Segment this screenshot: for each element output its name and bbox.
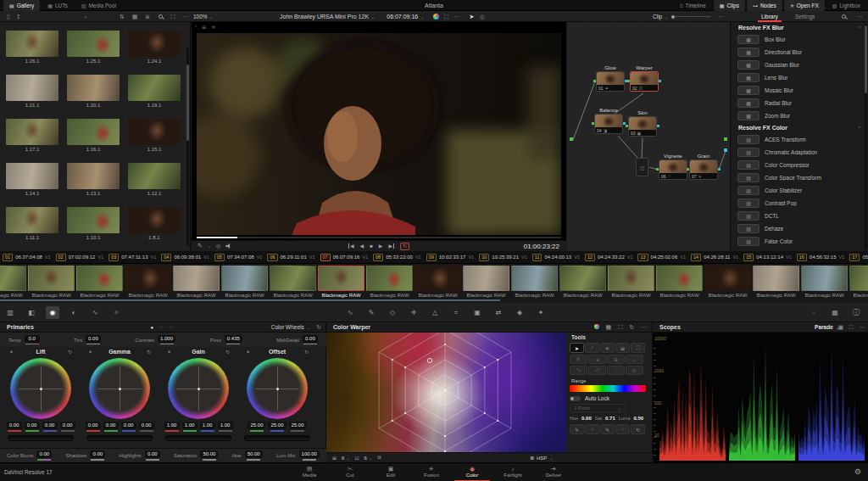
gallery-scrollbar[interactable]: [186, 48, 189, 246]
gallery-still-thumbnail[interactable]: [67, 207, 120, 233]
wheel-value[interactable]: 0.00: [60, 422, 75, 429]
wheel-value[interactable]: 0.00: [42, 422, 58, 429]
primaries-param[interactable]: Tint 0.00: [74, 335, 101, 345]
clip-timecode-cell[interactable]: 15 04:13:12:14 V1: [741, 251, 794, 263]
node-mode-label[interactable]: Clip: [653, 14, 662, 20]
play-button[interactable]: ▶: [379, 243, 383, 249]
clip-thumbnail-image[interactable]: [76, 266, 123, 291]
clip-thumbnail[interactable]: Blackmagic RAW: [704, 266, 751, 299]
clip-timecode-cell[interactable]: 11 04:24:00:13 V1: [530, 251, 582, 263]
gallery-still-thumbnail[interactable]: [67, 163, 120, 189]
adjustment-param[interactable]: Saturation 50.00: [174, 450, 218, 461]
pointer-tool-icon[interactable]: ➤: [466, 14, 476, 20]
gallery-still[interactable]: 1.15.1: [128, 119, 181, 153]
wheel-reset-icon[interactable]: ↻: [304, 349, 309, 355]
gallery-still[interactable]: 1.12.1: [128, 163, 181, 197]
fx-section-header[interactable]: Resolve FX Blur ⌃: [732, 22, 868, 33]
clip-timecode-cell[interactable]: 08 05:33:22:00 V1: [370, 251, 424, 263]
sizing-icon[interactable]: ◈: [513, 306, 526, 319]
node-graph-panel[interactable]: Glow 01✦ Warper 02⊡ Balance 04◨ Skin 03▣…: [567, 22, 731, 251]
lift-color-wheel[interactable]: [10, 358, 71, 419]
clip-timecode-cell[interactable]: 10 10:25:39:21 V1: [476, 251, 530, 263]
clip-thumbnail[interactable]: Blackmagic RAW: [0, 266, 26, 299]
gain-color-wheel[interactable]: [168, 358, 229, 419]
clip-thumbnail-image[interactable]: [270, 266, 316, 291]
node-input-connector[interactable]: [570, 137, 573, 141]
viewer-wipe-icon[interactable]: ▫: [195, 24, 197, 30]
warper-options-icon[interactable]: ⋯: [641, 324, 647, 331]
param-value[interactable]: 50.00: [245, 450, 263, 458]
clip-thumbnail-image[interactable]: [318, 266, 364, 291]
gallery-still[interactable]: 1.13.1: [67, 163, 120, 197]
library-search-icon[interactable]: [838, 14, 849, 20]
clip-thumbnail-image[interactable]: [221, 266, 268, 291]
warper-reset2-icon[interactable]: ○: [615, 424, 630, 434]
rgb-mixer-icon[interactable]: ∿: [88, 306, 102, 319]
go-to-end-button[interactable]: ▶: [388, 243, 394, 249]
clip-thumbnail-image[interactable]: [415, 266, 461, 291]
scope-expand-icon[interactable]: ⛶: [849, 324, 854, 331]
warper-pointer-tool[interactable]: ➤: [570, 343, 584, 353]
viewer-image[interactable]: [197, 33, 561, 235]
warp-spread-tool[interactable]: ↔: [626, 355, 643, 364]
timeline-scrollbar[interactable]: [0, 299, 500, 301]
wheel-value[interactable]: 0.00: [121, 422, 136, 429]
still-ratio-icon[interactable]: ▯: [3, 14, 14, 20]
clip-timecode-cell[interactable]: 04 06:09:38:01 V1: [159, 251, 212, 263]
wheel-reset-icon[interactable]: ↻: [147, 349, 151, 355]
offset-master-wheel[interactable]: [244, 435, 310, 441]
color-space-dropdown[interactable]: ≣ HSP ⌄: [530, 455, 554, 461]
gallery-still-thumbnail[interactable]: [128, 207, 181, 233]
enhanced-viewer-icon[interactable]: ⛶: [441, 14, 451, 20]
library-tab[interactable]: Settings: [787, 11, 824, 22]
clip-thumbnail[interactable]: Blackmagic RAW: [173, 266, 220, 299]
gallery-still[interactable]: 1.21.1: [6, 75, 58, 109]
clip-thumbnail[interactable]: Blackmagic RAW: [28, 266, 75, 299]
gallery-still[interactable]: 1.8.1: [128, 207, 181, 241]
chevron-down-icon[interactable]: ⌄: [371, 14, 375, 20]
viewer-options-icon[interactable]: ⋯: [451, 14, 461, 20]
sort-icon[interactable]: ⇅: [117, 14, 127, 20]
warper-pen-icon[interactable]: ✎: [570, 424, 584, 434]
offset-color-wheel[interactable]: [247, 358, 308, 419]
page-button[interactable]: ▤ Media: [289, 463, 330, 481]
node-skin[interactable]: Skin 03▣: [628, 109, 657, 137]
clip-thumbnail[interactable]: Blackmagic RAW: [849, 266, 868, 299]
gallery-still[interactable]: 1.20.1: [67, 75, 120, 109]
fx-list-item[interactable]: ▨ Dehaze: [732, 222, 868, 235]
gear-icon[interactable]: ⚙: [854, 467, 861, 476]
auto-lock-toggle[interactable]: [570, 396, 581, 401]
fx-list-item[interactable]: ▨ False Color: [732, 235, 868, 248]
camera-raw-icon[interactable]: ▥: [3, 306, 17, 319]
clip-thumbnail-image[interactable]: [801, 266, 848, 291]
reset-icon[interactable]: ↻: [316, 324, 321, 331]
qualifier-icon[interactable]: ◇: [386, 306, 399, 319]
key-icon[interactable]: ⇄: [492, 306, 505, 319]
warper-grid-tool[interactable]: ⊞: [615, 343, 630, 353]
wheel-reset-icon[interactable]: ↻: [68, 349, 72, 355]
viewer-split-icon[interactable]: ⊞: [202, 24, 206, 30]
page-button[interactable]: ✳ Fusion: [411, 463, 452, 481]
clip-thumbnail[interactable]: Blackmagic RAW: [221, 266, 268, 299]
wheel-mode-icon[interactable]: ✦: [167, 349, 171, 355]
fx-list-item[interactable]: ▨ ACES Transform: [732, 133, 868, 146]
warp-edge-tool[interactable]: ⤢: [588, 366, 606, 375]
warper-expand-icon[interactable]: ⛶: [618, 324, 622, 331]
warper-color-icon[interactable]: [594, 324, 599, 330]
primaries-param[interactable]: Temp 0.0: [8, 335, 40, 345]
param-value[interactable]: 0.435: [225, 335, 242, 343]
link-icon[interactable]: ⧉: [377, 455, 381, 461]
unmix-icon[interactable]: ◎: [476, 14, 487, 20]
panel-tab[interactable]: ▤ Gallery: [3, 0, 40, 11]
wheel-value[interactable]: 0.00: [103, 422, 119, 429]
clip-thumbnail[interactable]: Blackmagic RAW: [415, 266, 461, 299]
gallery-still[interactable]: 1.11.1: [6, 207, 58, 241]
warp-pull-tool[interactable]: ⇲: [588, 355, 606, 364]
warp-rotate-tool[interactable]: ↻: [626, 366, 643, 375]
fx-list-item[interactable]: ▨ Color Space Transform: [732, 171, 868, 184]
library-tab[interactable]: Library: [753, 11, 787, 22]
adjustment-param[interactable]: Color Boost 0.00: [7, 450, 52, 461]
fx-list-item[interactable]: ▨ Color Compressor: [732, 159, 868, 171]
page-button[interactable]: ▣ Edit: [370, 463, 411, 481]
fx-list-item[interactable]: ▩ Radial Blur: [732, 97, 868, 109]
